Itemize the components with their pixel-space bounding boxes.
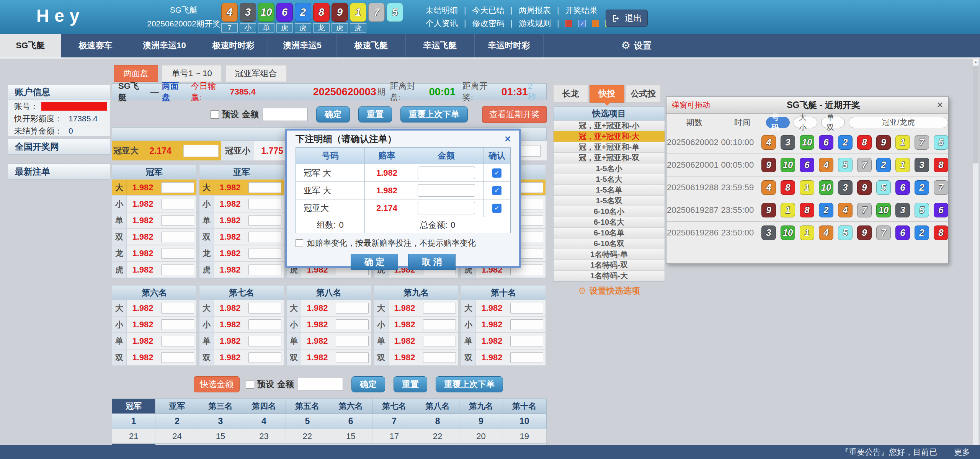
quick-select-item-8[interactable]: 1-5名双 [554,196,665,206]
recent-draws-titlebar[interactable]: 弹窗可拖动 SG飞艇 - 近期开奖 × [666,97,948,114]
bet-amount-input[interactable] [161,265,194,275]
quick-select-item-14[interactable]: 1名特码-双 [554,260,665,271]
modal-ok-button[interactable]: 确 定 [351,254,398,270]
confirm-button[interactable]: 确定 [351,376,385,392]
bet-cell-第九名-大[interactable]: 大1.982 [374,300,458,317]
bet-cell-第八名-单[interactable]: 单1.982 [287,333,371,350]
stats-tab-10[interactable]: 第十名 [503,399,546,413]
bet-amount-input[interactable] [161,182,194,193]
bet-amount-input[interactable] [161,352,194,363]
bet-amount-input[interactable] [248,319,281,330]
latest-bets-panel[interactable]: 最新注单 [8,163,110,180]
nav-tab-8[interactable]: 幸运时时彩 [475,34,544,57]
quick-select-item-6[interactable]: 1-5名大 [554,174,665,185]
nav-tab-5[interactable]: 澳洲幸运5 [268,34,337,57]
bet-cell-冠军-龙[interactable]: 龙1.982 [112,245,196,262]
scrollbar-thumb[interactable] [973,66,978,163]
nav-tab-2[interactable]: 极速赛车 [61,34,130,57]
announcement-more-link[interactable]: 更多 [954,447,970,457]
bet-cell-第八名-小[interactable]: 小1.982 [287,317,371,333]
bet-amount-input[interactable] [336,352,369,363]
bet-amount-input[interactable] [161,215,194,226]
bet-amount-input[interactable] [248,336,281,346]
view-recent-draws-button[interactable]: 查看近期开奖 [482,106,547,123]
bet-amount-input[interactable] [423,336,456,346]
bet-amount-input[interactable] [423,319,456,330]
bet-amount-input[interactable] [161,319,194,330]
top-link-1[interactable]: 个人资讯 [426,18,458,29]
confirm-checkbox[interactable]: ✓ [492,204,501,213]
quick-select-item-1[interactable]: 冠，亚+冠亚和-小 [554,121,665,131]
bet-cell-第七名-单[interactable]: 单1.982 [199,333,284,350]
bet-cell-第十名-小[interactable]: 小1.982 [461,317,546,333]
bet-cell-亚军-小[interactable]: 小1.982 [199,196,284,212]
logout-button[interactable]: 退出 [606,10,648,27]
quick-tab-2[interactable]: 快投 [590,85,624,103]
bet-cell-第十名-大[interactable]: 大1.982 [461,300,546,317]
bet-amount-input[interactable] [248,182,281,193]
modal-amount-input[interactable] [418,167,475,179]
theme-color-swatch-2[interactable]: ✓ [578,20,586,27]
bet-amount-input[interactable] [248,265,281,275]
view-pill-1[interactable]: 号码 [766,117,790,128]
stats-tab-2[interactable]: 亚军 [155,399,199,413]
confirm-checkbox[interactable]: ✓ [492,168,501,178]
reset-button[interactable]: 重置 [358,106,392,123]
bet-amount-input[interactable] [423,352,456,363]
view-pill-3[interactable]: 单双 [821,117,845,128]
bet-cell-第六名-小[interactable]: 小1.982 [112,317,196,333]
theme-color-swatch-3[interactable] [592,20,599,27]
stats-tab-6[interactable]: 第六名 [329,399,372,413]
quick-select-item-7[interactable]: 1-5名单 [554,185,665,196]
bet-cell-第八名-大[interactable]: 大1.982 [287,300,371,317]
bet-amount-input[interactable] [248,303,281,314]
recent-draws-panel[interactable]: 弹窗可拖动 SG飞艇 - 近期开奖 × 期数 时间 号码大小单双冠亚/龙虎 20… [666,96,949,264]
bet-amount-input[interactable] [161,248,194,259]
quick-select-item-13[interactable]: 1名特码-单 [554,249,665,260]
bet-cell-guanya-small[interactable]: 冠亚小 [221,141,254,160]
bet-amount-input[interactable] [423,303,456,314]
repeat-last-bet-button[interactable]: 重覆上次下单 [400,106,468,123]
page-scrollbar[interactable]: ▲ [973,59,979,445]
bet-cell-冠军-双[interactable]: 双1.982 [112,229,196,245]
quick-tab-3[interactable]: 公式投 [626,85,661,103]
bet-amount-input[interactable] [248,352,281,363]
preset-checkbox[interactable] [246,380,254,389]
top-link-3[interactable]: 两周报表 [519,5,551,16]
bet-cell-第七名-小[interactable]: 小1.982 [199,317,284,333]
bet-amount-input[interactable] [510,352,543,363]
stats-tab-7[interactable]: 第七名 [372,399,416,413]
bet-cell-第十名-单[interactable]: 单1.982 [461,333,546,350]
bet-amount-input[interactable] [336,336,369,346]
top-link-2[interactable]: 今天已结 [472,5,504,16]
bet-cell-冠军-大[interactable]: 大1.982 [112,180,196,196]
national-draws-panel[interactable]: 全国开奖网 [8,139,110,155]
bet-cell-第六名-大[interactable]: 大1.982 [112,300,196,317]
bet-amount-input[interactable] [161,303,194,314]
quick-select-item-2[interactable]: 冠，亚+冠亚和-大 [554,131,665,142]
modal-cancel-button[interactable]: 取 消 [408,254,456,270]
nav-tab-4[interactable]: 极速时时彩 [199,34,268,57]
modal-amount-input[interactable] [418,184,475,197]
bet-cell-第七名-大[interactable]: 大1.982 [199,300,284,317]
stats-tab-8[interactable]: 第八名 [416,399,459,413]
odds-change-checkbox[interactable] [296,239,303,247]
bet-cell-亚军-双[interactable]: 双1.982 [199,229,284,245]
bet-cell-guanya-big[interactable]: 冠亚大 [112,141,140,160]
quick-select-item-3[interactable]: 冠，亚+冠亚和-单 [554,142,665,153]
stats-tab-4[interactable]: 第四名 [242,399,286,413]
view-pill-2[interactable]: 大小 [794,117,817,128]
bet-cell-第六名-双[interactable]: 双1.982 [112,350,196,366]
close-icon[interactable]: × [937,100,943,110]
top-link-1[interactable]: 未结明细 [426,5,458,16]
bet-cell-第九名-小[interactable]: 小1.982 [374,317,458,333]
bet-amount-input[interactable] [248,232,281,242]
nav-tab-6[interactable]: 极速飞艇 [337,34,406,57]
stats-tab-1[interactable]: 冠军 [112,399,155,413]
close-icon[interactable]: × [505,134,511,144]
bet-amount-input[interactable] [510,336,543,346]
quick-select-item-11[interactable]: 6-10名单 [554,228,665,238]
bet-cell-亚军-龙[interactable]: 龙1.982 [199,245,284,262]
scrollbar-up-arrow[interactable]: ▲ [973,59,978,65]
nav-tab-7[interactable]: 幸运飞艇 [406,34,475,57]
